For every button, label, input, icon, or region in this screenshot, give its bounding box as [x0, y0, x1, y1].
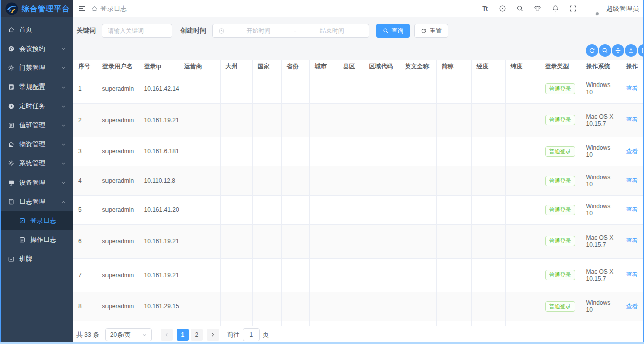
sidebar-item-system[interactable]: 系统管理: [0, 154, 73, 173]
cell-lat: [505, 74, 540, 103]
cell-country: [252, 166, 281, 195]
sidebar-menu: 首页会议预约门禁管理常规配置定时任务值班管理物资管理系统管理设备管理日志管理登录…: [0, 17, 73, 344]
cell-username: superadmin: [97, 137, 139, 166]
search-toggle-button[interactable]: [599, 44, 611, 57]
cell-action: 查看: [621, 166, 644, 195]
sidebar-item-timer-task[interactable]: 定时任务: [0, 97, 73, 116]
table-row: 5superadmin10.161.41.208普通登录Windows 10查看: [73, 195, 644, 224]
start-time-placeholder[interactable]: 开始时间: [227, 27, 290, 35]
pagination-goto: 前往 页: [227, 328, 269, 341]
sidebar-item-home[interactable]: 首页: [0, 20, 73, 39]
goto-page-input[interactable]: [243, 328, 260, 341]
next-page-button[interactable]: [207, 329, 219, 341]
breadcrumb-home-icon[interactable]: [91, 5, 98, 12]
cell-username: superadmin: [97, 103, 139, 137]
column-header-province: 省份: [281, 60, 309, 74]
view-link[interactable]: 查看: [626, 237, 638, 244]
cell-ip: 10.161.29.152: [139, 292, 179, 321]
prev-page-button[interactable]: [161, 329, 173, 341]
cell-en_name: [400, 74, 436, 103]
cell-lng: [471, 258, 505, 292]
cell-area_code: [364, 103, 400, 137]
sidebar-item-log[interactable]: 日志管理: [0, 192, 73, 211]
move-button[interactable]: [612, 44, 624, 57]
cell-carrier: [179, 224, 220, 258]
meeting-icon: [7, 45, 15, 53]
sidebar-subitem-operation-log[interactable]: 操作日志: [0, 230, 73, 249]
cell-action: 查看: [621, 195, 644, 224]
chevron-down-icon: [61, 65, 66, 71]
cell-action: 查看: [621, 137, 644, 166]
cell-username: superadmin: [97, 224, 139, 258]
cell-province: [281, 292, 309, 321]
sidebar-item-device[interactable]: 设备管理: [0, 173, 73, 192]
timer-task-icon: [7, 102, 15, 110]
cell-area_code: [364, 258, 400, 292]
bell-icon[interactable]: [551, 4, 560, 13]
window-edge-bottom[interactable]: [0, 342, 644, 344]
date-range-picker[interactable]: 开始时间 - 结束时间: [212, 24, 369, 38]
cell-username: superadmin: [97, 195, 139, 224]
column-header-action: 操作: [621, 60, 644, 74]
chevron-down-icon: [61, 123, 66, 128]
username-label[interactable]: 超级管理员: [606, 4, 639, 13]
sidebar-item-duty[interactable]: 值班管理: [0, 116, 73, 135]
sidebar-item-board[interactable]: 班牌: [0, 249, 73, 269]
cell-province: [281, 224, 309, 258]
cell-county: [338, 103, 364, 137]
table-row: 8superadmin10.161.29.152普通登录Windows 10查看: [73, 292, 644, 321]
login-log-icon: [18, 217, 26, 225]
cell-ip: 10.161.42.146: [139, 74, 179, 103]
reset-button[interactable]: 重置: [414, 24, 448, 38]
theme-shirt-icon[interactable]: [533, 4, 542, 13]
table-header-row: 序号登录用户名登录ip运营商大州国家省份城市县区区域代码英文全称简称经度纬度登录…: [73, 60, 644, 74]
chevron-down-icon: [142, 332, 147, 338]
view-link[interactable]: 查看: [626, 271, 638, 278]
sidebar-item-general-config[interactable]: 常规配置: [0, 77, 73, 97]
search-icon[interactable]: [515, 4, 524, 13]
column-header-area_code: 区域代码: [364, 60, 400, 74]
column-header-country: 国家: [252, 60, 281, 74]
cell-city: [309, 195, 338, 224]
pagination: 共 33 条 20条/页 12 前往 页: [73, 326, 644, 344]
sidebar-item-meeting[interactable]: 会议预约: [0, 39, 73, 58]
user-avatar[interactable]: [586, 3, 598, 15]
sidebar-item-label: 门禁管理: [19, 63, 45, 72]
font-size-icon[interactable]: Tt: [480, 4, 489, 13]
cell-city: [309, 292, 338, 321]
view-link[interactable]: 查看: [626, 116, 638, 123]
table-row-partial: [73, 321, 644, 326]
view-link[interactable]: 查看: [626, 206, 638, 213]
cell-en_name: [400, 224, 436, 258]
create-time-label: 创建时间: [180, 26, 206, 35]
sidebar-item-materials[interactable]: 物资管理: [0, 135, 73, 154]
page-button-2[interactable]: 2: [191, 329, 203, 341]
record-icon[interactable]: [498, 4, 507, 13]
sidebar-subitem-login-log[interactable]: 登录日志: [0, 211, 73, 230]
sidebar-subitem-label: 登录日志: [30, 216, 56, 225]
main-area: 登录日志 Tt: [73, 0, 644, 344]
view-link[interactable]: 查看: [626, 148, 638, 155]
view-link[interactable]: 查看: [626, 85, 638, 92]
export-button[interactable]: [625, 44, 637, 57]
refresh-button[interactable]: [586, 44, 598, 57]
view-link[interactable]: 查看: [626, 177, 638, 184]
cell-abbr: [436, 137, 471, 166]
pagination-total: 共 33 条: [76, 331, 99, 339]
end-time-placeholder[interactable]: 结束时间: [300, 27, 364, 35]
cell-lng: [471, 195, 505, 224]
cell-country: [252, 103, 281, 137]
page-button-1[interactable]: 1: [177, 329, 189, 341]
view-link[interactable]: 查看: [626, 303, 638, 310]
cell-abbr: [436, 103, 471, 137]
device-icon: [7, 179, 15, 187]
fullscreen-icon[interactable]: [568, 4, 577, 13]
keyword-input[interactable]: [102, 24, 172, 38]
duty-icon: [7, 121, 15, 129]
search-button[interactable]: 查询: [376, 24, 410, 38]
sidebar-item-label: 值班管理: [19, 121, 45, 130]
cell-username: superadmin: [97, 166, 139, 195]
page-size-select[interactable]: 20条/页: [105, 328, 152, 341]
sidebar-item-access-control[interactable]: 门禁管理: [0, 58, 73, 77]
sidebar-collapse-icon[interactable]: [77, 4, 86, 13]
